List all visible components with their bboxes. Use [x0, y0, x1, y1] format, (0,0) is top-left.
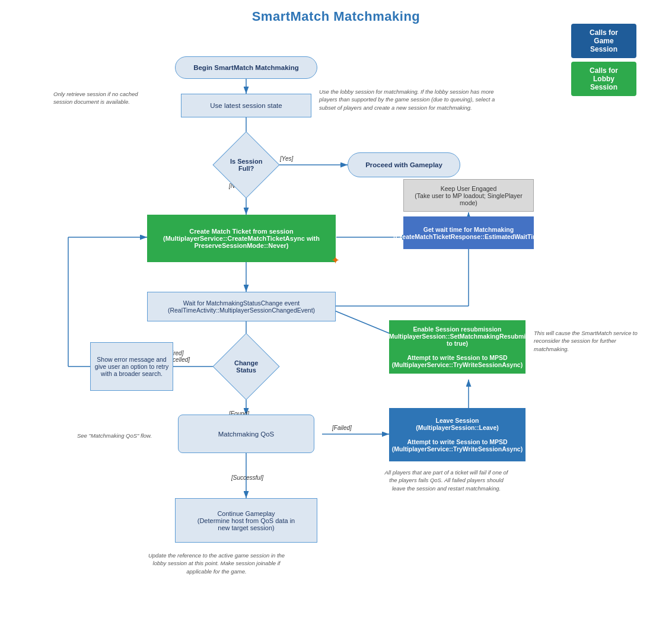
change-status-label: ChangeStatus [234, 359, 258, 374]
diagram-container: SmartMatch Matchmaking Calls for Game Se… [0, 0, 672, 631]
change-status-diamond: ChangeStatus [212, 333, 279, 400]
star-icon: ✦ [331, 254, 340, 267]
legend-lobby-session: Calls for Lobby Session [571, 62, 636, 96]
proceed-node: Proceed with Gameplay [348, 152, 460, 177]
enable-resubmit-node: Enable Session resubmission (Multiplayer… [389, 320, 526, 374]
legend-game-session: Calls for Game Session [571, 24, 636, 58]
annot-qos-left: See "Matchmaking QoS" flow. [77, 432, 154, 439]
label-failed: [Failed] [332, 425, 352, 431]
is-full-diamond: Is SessionFull? [212, 131, 279, 198]
wait-event-node: Wait for MatchmakingStatusChange event (… [147, 292, 336, 321]
get-wait-node: Get wait time for Matchmaking (CreateMat… [403, 216, 534, 249]
qos-node: Matchmaking QoS [178, 415, 314, 453]
annot-leave-bottom: All players that are part of a ticket wi… [383, 469, 510, 492]
annot-session-right: Use the lobby session for matchmaking. I… [319, 88, 497, 111]
create-ticket-node: Create Match Ticket from session (Multip… [147, 215, 336, 262]
show-error-node: Show error message and give user an opti… [90, 342, 173, 391]
session-state-node: Use latest session state [181, 94, 311, 117]
page-title: SmartMatch Matchmaking [0, 0, 672, 24]
label-yes: [Yes] [280, 155, 293, 162]
leave-session-node: Leave Session (MultiplayerSession::Leave… [389, 408, 526, 461]
begin-node: Begin SmartMatch Matchmaking [175, 56, 317, 79]
annot-continue-bottom: Update the reference to the active game … [145, 552, 288, 575]
annot-resubmit-right: This will cause the SmartMatch service t… [534, 329, 641, 353]
keep-engaged-node: Keep User Engaged (Take user to MP loado… [403, 179, 534, 212]
label-successful: [Successful] [231, 474, 263, 481]
annot-session-left: Only retrieve session if no cached sessi… [53, 90, 145, 106]
continue-gameplay-node: Continue Gameplay (Determine host from Q… [175, 498, 317, 543]
is-full-label: Is SessionFull? [230, 158, 262, 172]
legend: Calls for Game Session Calls for Lobby S… [571, 24, 636, 96]
